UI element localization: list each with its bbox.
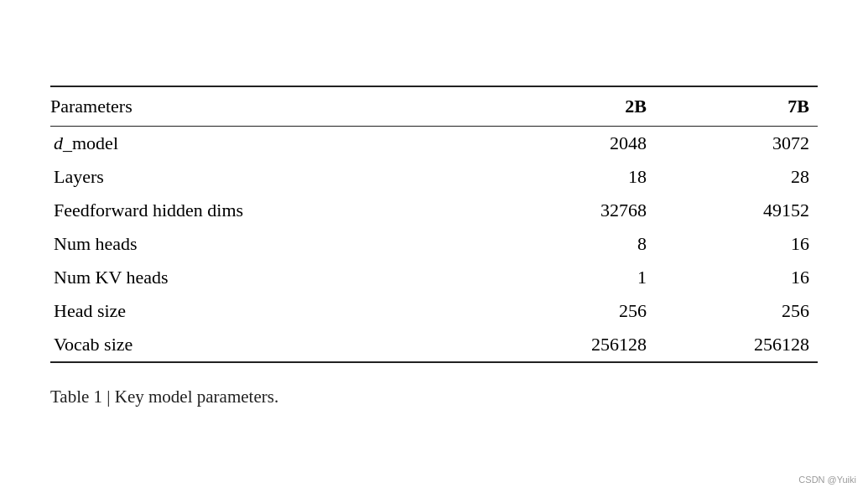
table-wrapper: Parameters 2B 7B d_model 2048 3072 Layer… — [50, 86, 818, 407]
table-row: Layers 18 28 — [50, 160, 818, 194]
param-vocab-size: Vocab size — [50, 328, 488, 362]
val-vocab-size-2b: 256128 — [488, 328, 680, 362]
val-num-heads-2b: 8 — [488, 227, 680, 261]
val-head-size-7b: 256 — [680, 294, 818, 328]
val-layers-7b: 28 — [680, 160, 818, 194]
val-ff-hidden-2b: 32768 — [488, 194, 680, 227]
col-header-param: Parameters — [50, 86, 488, 127]
col-header-2b: 2B — [488, 86, 680, 127]
param-head-size: Head size — [50, 294, 488, 328]
val-d-model-2b: 2048 — [488, 127, 680, 161]
param-num-kv-heads: Num KV heads — [50, 261, 488, 294]
table-row: Vocab size 256128 256128 — [50, 328, 818, 362]
val-d-model-7b: 3072 — [680, 127, 818, 161]
table-row: Head size 256 256 — [50, 294, 818, 328]
param-d-model: d_model — [50, 127, 488, 161]
param-layers: Layers — [50, 160, 488, 194]
col-header-7b: 7B — [680, 86, 818, 127]
val-ff-hidden-7b: 49152 — [680, 194, 818, 227]
watermark: CSDN @Yuiki — [798, 475, 856, 485]
table-row: Feedforward hidden dims 32768 49152 — [50, 194, 818, 227]
val-num-kv-heads-7b: 16 — [680, 261, 818, 294]
parameters-table: Parameters 2B 7B d_model 2048 3072 Layer… — [50, 86, 818, 363]
param-ff-hidden: Feedforward hidden dims — [50, 194, 488, 227]
val-num-kv-heads-2b: 1 — [488, 261, 680, 294]
val-num-heads-7b: 16 — [680, 227, 818, 261]
val-layers-2b: 18 — [488, 160, 680, 194]
val-vocab-size-7b: 256128 — [680, 328, 818, 362]
table-row: Num heads 8 16 — [50, 227, 818, 261]
table-row: d_model 2048 3072 — [50, 127, 818, 161]
page-container: Parameters 2B 7B d_model 2048 3072 Layer… — [0, 0, 868, 493]
table-caption: Table 1 | Key model parameters. — [50, 387, 818, 407]
val-head-size-2b: 256 — [488, 294, 680, 328]
param-num-heads: Num heads — [50, 227, 488, 261]
table-row: Num KV heads 1 16 — [50, 261, 818, 294]
